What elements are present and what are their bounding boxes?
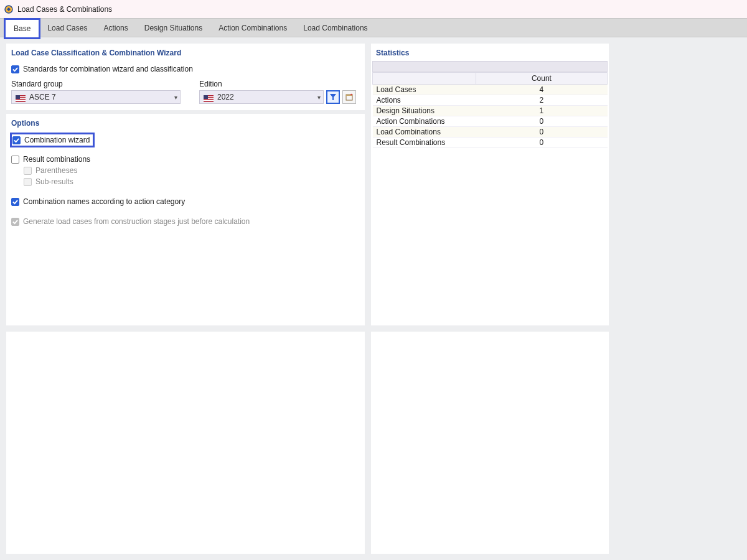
calendar-button[interactable] <box>342 90 356 104</box>
tab-base[interactable]: Base <box>5 19 39 38</box>
combination-names-checkbox[interactable] <box>11 198 19 206</box>
generate-load-cases-checkbox <box>11 218 19 226</box>
us-flag-icon <box>16 94 26 101</box>
standard-group-label: Standard group <box>11 75 181 90</box>
tab-design-situations[interactable]: Design Situations <box>136 19 210 37</box>
table-row: Result Combinations0 <box>373 138 608 148</box>
tab-actions[interactable]: Actions <box>95 19 136 37</box>
statistics-table: Count Load Cases4 Actions2 Design Situat… <box>372 72 608 148</box>
titlebar: Load Cases & Combinations <box>0 0 747 18</box>
svg-rect-5 <box>16 95 20 99</box>
tab-load-cases[interactable]: Load Cases <box>39 19 95 37</box>
edition-value: 2022 <box>217 93 234 101</box>
edition-label: Edition <box>199 75 360 90</box>
parentheses-label: Parentheses <box>35 166 77 175</box>
combination-wizard-checkbox[interactable] <box>12 136 21 144</box>
statistics-panel: Statistics Count Load Cases4 Actions2 De… <box>371 44 609 325</box>
standard-group-dropdown[interactable]: ASCE 7 ▾ <box>11 90 181 104</box>
bottom-area <box>0 325 747 560</box>
edition-dropdown[interactable]: 2022 ▾ <box>199 90 324 104</box>
tab-action-combinations[interactable]: Action Combinations <box>210 19 295 37</box>
result-combinations-label: Result combinations <box>23 155 90 164</box>
table-row: Load Combinations0 <box>373 127 608 138</box>
content-area: Load Case Classification & Combination W… <box>0 37 747 325</box>
generate-load-cases-row: Generate load cases from construction st… <box>11 216 360 227</box>
tabs-bar: Base Load Cases Actions Design Situation… <box>0 18 747 37</box>
wizard-section-title: Load Case Classification & Combination W… <box>6 44 365 61</box>
statistics-header-strip <box>372 61 608 72</box>
chevron-down-icon: ▾ <box>317 94 321 101</box>
options-section-title: Options <box>6 114 365 131</box>
combination-wizard-label: Combination wizard <box>24 136 90 144</box>
table-row: Actions2 <box>373 95 608 106</box>
parentheses-checkbox <box>24 167 32 175</box>
filter-button[interactable] <box>326 90 340 104</box>
svg-rect-4 <box>16 100 26 101</box>
statistics-col-count: Count <box>476 73 607 85</box>
statistics-title: Statistics <box>371 44 609 61</box>
combination-wizard-highlight: Combination wizard <box>11 134 93 146</box>
result-combinations-row[interactable]: Result combinations <box>11 154 360 165</box>
us-flag-icon <box>204 94 214 101</box>
svg-rect-10 <box>204 95 208 99</box>
standards-checkbox-row[interactable]: Standards for combination wizard and cla… <box>11 63 360 75</box>
standards-checkbox-label: Standards for combination wizard and cla… <box>23 65 193 73</box>
generate-load-cases-label: Generate load cases from construction st… <box>23 217 250 226</box>
sub-results-label: Sub-results <box>35 177 73 186</box>
window-title: Load Cases & Combinations <box>17 5 112 14</box>
combination-names-label: Combination names according to action ca… <box>23 197 185 206</box>
svg-rect-9 <box>204 100 214 101</box>
sub-results-row: Sub-results <box>11 176 360 187</box>
standards-checkbox[interactable] <box>11 65 19 73</box>
result-combinations-checkbox[interactable] <box>11 156 19 164</box>
app-icon <box>4 4 14 14</box>
sub-results-checkbox <box>24 178 32 186</box>
combination-names-row[interactable]: Combination names according to action ca… <box>11 196 360 207</box>
parentheses-row: Parentheses <box>11 165 360 176</box>
tab-load-combinations[interactable]: Load Combinations <box>295 19 375 37</box>
bottom-panel-left <box>6 332 365 554</box>
chevron-down-icon: ▾ <box>174 94 177 101</box>
table-row: Design Situations1 <box>373 106 608 116</box>
svg-point-13 <box>350 94 352 96</box>
bottom-panel-right <box>371 332 609 554</box>
left-panel: Load Case Classification & Combination W… <box>6 44 365 325</box>
standard-group-value: ASCE 7 <box>29 93 56 101</box>
table-row: Action Combinations0 <box>373 116 608 127</box>
statistics-col-empty <box>373 73 476 85</box>
table-row: Load Cases4 <box>373 85 608 95</box>
